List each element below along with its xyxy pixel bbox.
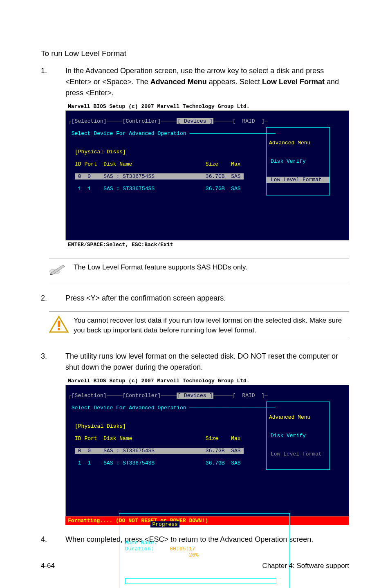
step-1: 1. In the Advanced Operation screen, use… [41,65,349,99]
bios-body-1: ┌[Selection]─────[Controller]─────[ Devi… [65,110,349,240]
bios2-subtitle: Select Device For Advanced Operation [72,405,186,411]
progress-percent: 26% [189,552,198,558]
advanced-menu-popup: Advanced Menu Disk Verify Low Level Form… [266,127,330,195]
step-3: 3. The utility runs low level format on … [41,351,349,373]
mode-name-label: Mode Name: [125,540,157,546]
disk-row-selected-2: 0 0 SAS : ST336754SS 36.7GB SAS [75,448,244,454]
step2-text: Press <Y> after the confirmation screen … [65,293,349,304]
menu-item-disk-verify-2: Disk Verify [267,433,329,439]
step-num-2: 2. [41,293,65,304]
svg-point-5 [58,328,60,330]
advanced-menu-title-2: Advanced Menu [267,414,329,420]
step-body-1: In the Advanced Operation screen, use th… [65,65,349,99]
menu-item-low-level-format-selected: Low Level Format [267,177,329,183]
warning-note-data-loss: You cannot recover lost data if you run … [49,311,349,340]
bios-title-1: Marvell BIOS Setup (c) 2007 Marvell Tech… [65,103,349,110]
step-num-4: 4. [41,534,65,545]
progress-box: Progress Mode Name: SAS : ST336754SS Dur… [119,513,290,588]
menu-item-disk-verify: Disk Verify [267,158,329,164]
bios-screenshot-1: Marvell BIOS Setup (c) 2007 Marvell Tech… [65,103,349,249]
note1-text: The Low Level Format feature supports SA… [74,263,247,272]
tab-devices-active: [ Devices ] [177,118,213,124]
mode-name-value: SAS : ST336754SS [170,540,227,546]
note2-text: You cannot recover lost data if you run … [74,316,349,335]
bios1-hint-bar: ENTER/SPACE:Select, ESC:Back/Exit [65,240,349,249]
tab-selection-2: [Selection] [72,393,107,399]
advanced-menu-popup-2: Advanced Menu Disk Verify Low Level Form… [266,402,330,470]
duration-value: 00:05:17 [170,546,195,552]
info-note-sas-only: The Low Level Format feature supports SA… [49,258,349,282]
pencil-icon [49,263,74,278]
step1-mid: appears. Select [207,78,262,86]
step-num-1: 1. [41,65,65,99]
tab-raid: [ RAID ] [233,118,264,124]
page-number: 4-64 [41,562,55,570]
step1-bold1: Advanced Menu [150,78,207,86]
chapter-label: Chapter 4: Software support [262,562,349,570]
page-footer: 4-64 Chapter 4: Software support [41,562,349,570]
progress-bar [125,578,276,584]
progress-label: Progress [150,521,179,527]
tab-devices-active-2: [ Devices ] [177,393,213,399]
section-title: To run Low Level Format [41,49,349,58]
duration-label: Duration: [125,546,154,552]
disk-row-selected: 0 0 SAS : ST336754SS 36.7GB SAS [75,173,244,180]
step1-bold2: Low Level Format [262,78,325,86]
menu-item-low-level-format-faded: Low Level Format [267,451,329,457]
step-2: 2. Press <Y> after the confirmation scre… [41,293,349,304]
warning-icon [49,316,74,336]
tab-selection: [Selection] [72,118,107,124]
bios-body-2: ┌[Selection]─────[Controller]─────[ Devi… [65,385,349,516]
bios1-subtitle: Select Device For Advanced Operation [72,130,186,137]
tab-controller-2: [Controller] [123,393,161,399]
advanced-menu-title: Advanced Menu [267,140,329,146]
step-num-3: 3. [41,351,65,373]
bios-title-2: Marvell BIOS Setup (c) 2007 Marvell Tech… [65,377,349,385]
tab-raid-2: [ RAID ] [233,393,264,399]
svg-rect-4 [58,321,60,327]
step3-text: The utility runs low level format on the… [65,351,349,373]
bios-screenshot-2: Marvell BIOS Setup (c) 2007 Marvell Tech… [65,377,349,525]
tab-controller: [Controller] [123,118,161,124]
